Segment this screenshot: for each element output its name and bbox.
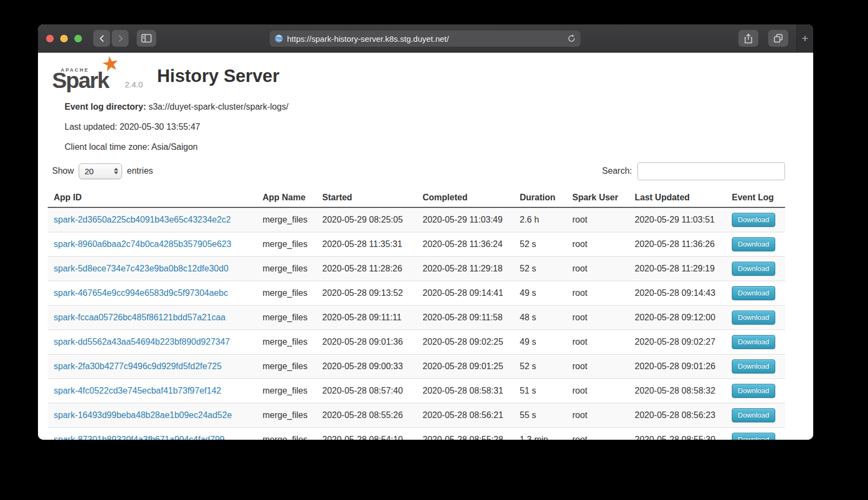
cell-duration: 49 s [514,281,566,306]
cell-completed: 2020-05-29 11:03:49 [417,207,514,232]
cell-event-log: Download [726,257,785,281]
show-label: Show [52,166,74,176]
minimize-button[interactable] [60,35,68,42]
cell-app-id: spark-dd5562a43aa54694b223bf890d927347 [48,330,257,355]
col-header-completed[interactable]: Completed [417,189,514,207]
table-row: spark-467654e9cc994e6583d9c5f97304aebc m… [48,281,785,306]
cell-duration: 55 s [514,403,566,428]
cell-app-id: spark-8960a6baa2c74b0ca4285b357905e623 [48,232,257,257]
download-button[interactable]: Download [732,359,775,374]
cell-completed: 2020-05-28 11:36:24 [417,232,514,257]
cell-duration: 52 s [514,355,566,379]
cell-app-name: merge_files [257,379,316,403]
cell-started: 2020-05-28 11:28:26 [316,257,417,281]
cell-spark-user: root [566,379,629,403]
table-row: spark-2d3650a225cb4091b43e65c43234e2c2 m… [48,207,785,232]
app-id-link[interactable]: spark-2fa30b4277c9496c9d929fd5fd2fe725 [54,362,222,371]
cell-event-log: Download [726,355,785,379]
address-bar[interactable]: https://spark-history-server.k8s.stg.duy… [270,30,580,47]
spark-version: 2.4.0 [125,80,143,92]
download-button[interactable]: Download [732,262,775,276]
cell-app-name: merge_files [257,306,316,330]
cell-duration: 52 s [514,257,566,281]
app-id-link[interactable]: spark-4fc0522cd3e745ecbaf41b73f97ef142 [54,386,221,395]
forward-button[interactable] [112,30,129,47]
header-row: APACHE Spark ★ 2.4.0 History Server [52,57,785,92]
new-tab-button[interactable]: + [796,24,813,53]
cell-event-log: Download [726,428,785,440]
app-id-link[interactable]: spark-2d3650a225cb4091b43e65c43234e2c2 [54,215,231,224]
app-id-link[interactable]: spark-8960a6baa2c74b0ca4285b357905e623 [54,239,231,249]
cell-spark-user: root [566,330,629,355]
chevron-left-icon [98,34,106,43]
col-header-app-name[interactable]: App Name [257,189,316,207]
cell-duration: 52 s [514,232,566,257]
table-row: spark-16493d99beba48b28ae1b09ec24ad52e m… [48,403,785,428]
traffic-lights [46,24,82,53]
download-button[interactable]: Download [732,433,775,440]
app-id-link[interactable]: spark-fccaa05726bc485f86121bdd57a21caa [54,313,226,322]
download-button[interactable]: Download [732,408,775,422]
table-row: spark-fccaa05726bc485f86121bdd57a21caa m… [48,306,785,330]
download-button[interactable]: Download [732,335,775,349]
cell-event-log: Download [726,306,785,330]
table-row: spark-dd5562a43aa54694b223bf890d927347 m… [48,330,785,355]
zoom-button[interactable] [74,35,82,42]
download-button[interactable]: Download [732,213,775,227]
app-table-body: spark-2d3650a225cb4091b43e65c43234e2c2 m… [48,207,785,440]
share-icon [744,33,753,44]
sidebar-icon [141,34,152,43]
col-header-event-log[interactable]: Event Log [726,189,785,207]
cell-app-name: merge_files [257,428,316,440]
app-id-link[interactable]: spark-dd5562a43aa54694b223bf890d927347 [54,337,230,346]
download-button[interactable]: Download [732,237,775,251]
cell-completed: 2020-05-28 09:01:25 [417,355,514,379]
cell-started: 2020-05-28 09:01:36 [316,330,417,355]
search-input[interactable] [637,162,785,180]
select-stepper-icon [114,168,118,174]
cell-last-updated: 2020-05-28 09:12:00 [629,306,726,330]
col-header-last-updated[interactable]: Last Updated [629,189,726,207]
app-id-link[interactable]: spark-467654e9cc994e6583d9c5f97304aebc [54,288,228,298]
download-button[interactable]: Download [732,286,775,300]
timezone-line: Client local time zone: Asia/Saigon [65,142,785,153]
browser-titlebar: https://spark-history-server.k8s.stg.duy… [38,24,813,53]
cell-started: 2020-05-29 08:25:05 [316,207,417,232]
url-text[interactable]: https://spark-history-server.k8s.stg.duy… [287,34,567,43]
app-id-link[interactable]: spark-87301b89320f4a3fb671a904c4fad799 [54,435,225,440]
cell-spark-user: root [566,355,629,379]
app-id-link[interactable]: spark-16493d99beba48b28ae1b09ec24ad52e [54,410,232,420]
sidebar-toggle-button[interactable] [137,30,156,47]
col-header-app-id[interactable]: App ID [48,189,257,207]
cell-completed: 2020-05-28 08:56:21 [417,403,514,428]
reload-icon[interactable] [567,34,576,43]
col-header-duration[interactable]: Duration [514,189,566,207]
event-log-directory-label: Event log directory: [65,102,146,111]
cell-duration: 51 s [514,379,566,403]
cell-duration: 49 s [514,330,566,355]
download-button[interactable]: Download [732,311,775,325]
share-button[interactable] [738,30,758,47]
close-button[interactable] [46,35,54,42]
entries-label: entries [127,166,153,176]
download-button[interactable]: Download [732,384,775,398]
entries-select[interactable]: 20 [79,163,122,179]
cell-last-updated: 2020-05-28 11:36:26 [629,232,726,257]
spark-logo[interactable]: APACHE Spark ★ [52,58,107,92]
app-id-link[interactable]: spark-5d8ece734e7c423e9ba0b8c12dfe30d0 [54,264,228,273]
plus-icon: + [802,32,808,45]
table-header-row: App ID App Name Started Completed Durati… [48,189,785,207]
entries-select-value: 20 [85,167,114,176]
cell-app-name: merge_files [257,330,316,355]
cell-started: 2020-05-28 09:11:11 [316,306,417,330]
cell-app-id: spark-467654e9cc994e6583d9c5f97304aebc [48,281,257,306]
cell-duration: 2.6 h [514,207,566,232]
cell-app-id: spark-2d3650a225cb4091b43e65c43234e2c2 [48,207,257,232]
cell-spark-user: root [566,207,629,232]
back-button[interactable] [93,30,110,47]
col-header-spark-user[interactable]: Spark User [566,189,629,207]
col-header-started[interactable]: Started [316,189,417,207]
table-row: spark-87301b89320f4a3fb671a904c4fad799 m… [48,428,785,440]
tab-overview-button[interactable] [768,30,788,47]
event-log-directory-line: Event log directory: s3a://duyet-spark-c… [65,102,785,112]
